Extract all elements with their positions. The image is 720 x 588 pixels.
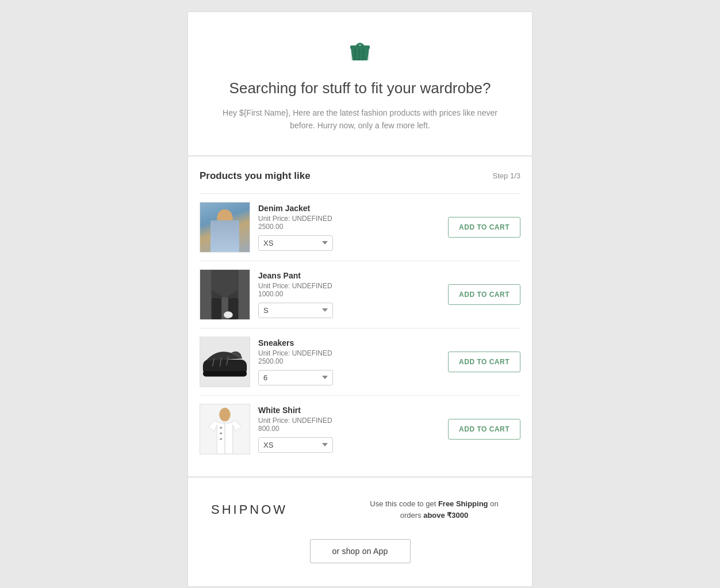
email-container: Searching for stuff to fit your wardrobe…: [187, 12, 533, 587]
svg-point-20: [219, 407, 231, 421]
product-image-jeans: [200, 269, 250, 320]
svg-rect-22: [220, 427, 222, 429]
product-item-jeans-pant: Jeans Pant Unit Price: UNDEFINED 1000.00…: [200, 261, 520, 328]
product-details-denim: Denim Jacket Unit Price: UNDEFINED 2500.…: [258, 204, 436, 251]
products-header: Products you might like Step 1/3: [200, 170, 520, 182]
svg-rect-4: [350, 45, 370, 49]
svg-point-5: [217, 209, 232, 227]
product-price-shirt: Unit Price: UNDEFINED 800.00: [258, 417, 436, 433]
product-item-sneakers: Sneakers Unit Price: UNDEFINED 2500.00 5…: [200, 328, 520, 395]
svg-rect-24: [220, 438, 222, 440]
size-select-shirt[interactable]: XSSMLXL: [258, 437, 333, 453]
add-to-cart-denim[interactable]: ADD TO CART: [448, 217, 520, 238]
size-select-jeans[interactable]: XSSMLXL: [258, 303, 333, 318]
svg-rect-23: [220, 432, 222, 434]
add-to-cart-sneakers[interactable]: ADD TO CART: [448, 352, 520, 372]
svg-rect-1: [354, 48, 356, 60]
header-subtitle: Hey ${First Name}, Here are the latest f…: [223, 106, 497, 132]
promo-inner: SHIPNOW Use this code to get Free Shippi…: [211, 498, 509, 522]
shop-on-app-button[interactable]: or shop on App: [310, 539, 411, 563]
svg-rect-12: [212, 297, 222, 319]
svg-rect-9: [226, 234, 235, 246]
product-price-denim: Unit Price: UNDEFINED 2500.00: [258, 215, 436, 231]
product-details-sneakers: Sneakers Unit Price: UNDEFINED 2500.00 5…: [258, 338, 436, 385]
product-price-jeans: Unit Price: UNDEFINED 1000.00: [258, 282, 436, 298]
product-details-shirt: White Shirt Unit Price: UNDEFINED 800.00…: [258, 406, 436, 453]
basket-icon: [345, 35, 375, 65]
shop-on-app-container: or shop on App: [211, 539, 509, 563]
product-price-sneakers: Unit Price: UNDEFINED 2500.00: [258, 349, 436, 365]
svg-point-14: [224, 311, 233, 318]
product-image-denim: [200, 202, 250, 253]
add-to-cart-shirt[interactable]: ADD TO CART: [448, 419, 520, 440]
size-select-sneakers[interactable]: 5678910: [258, 370, 333, 385]
product-details-jeans: Jeans Pant Unit Price: UNDEFINED 1000.00…: [258, 271, 436, 318]
product-image-sneakers: [200, 337, 250, 387]
svg-rect-3: [362, 48, 364, 60]
shipnow-logo: SHIPNOW: [211, 502, 288, 517]
product-name-denim: Denim Jacket: [258, 204, 436, 213]
promo-section: SHIPNOW Use this code to get Free Shippi…: [188, 477, 532, 587]
products-section-title: Products you might like: [200, 170, 311, 182]
step-label: Step 1/3: [493, 171, 520, 180]
svg-rect-6: [213, 224, 238, 246]
product-item-denim-jacket: Denim Jacket Unit Price: UNDEFINED 2500.…: [200, 193, 520, 261]
svg-rect-2: [358, 48, 360, 60]
add-to-cart-jeans[interactable]: ADD TO CART: [448, 284, 520, 305]
header-title: Searching for stuff to fit your wardrobe…: [223, 79, 497, 98]
header-section: Searching for stuff to fit your wardrobe…: [188, 12, 532, 156]
products-section: Products you might like Step 1/3 Denim J…: [188, 156, 532, 477]
product-item-white-shirt: White Shirt Unit Price: UNDEFINED 800.00…: [200, 395, 520, 463]
product-name-sneakers: Sneakers: [258, 338, 436, 348]
product-image-shirt: [200, 404, 250, 455]
product-name-shirt: White Shirt: [258, 406, 436, 415]
svg-rect-16: [203, 371, 247, 376]
size-select-denim[interactable]: XSSMLXL: [258, 235, 333, 251]
product-name-jeans: Jeans Pant: [258, 271, 436, 280]
promo-text: Use this code to get Free Shipping on or…: [359, 498, 509, 522]
svg-rect-8: [215, 234, 224, 246]
